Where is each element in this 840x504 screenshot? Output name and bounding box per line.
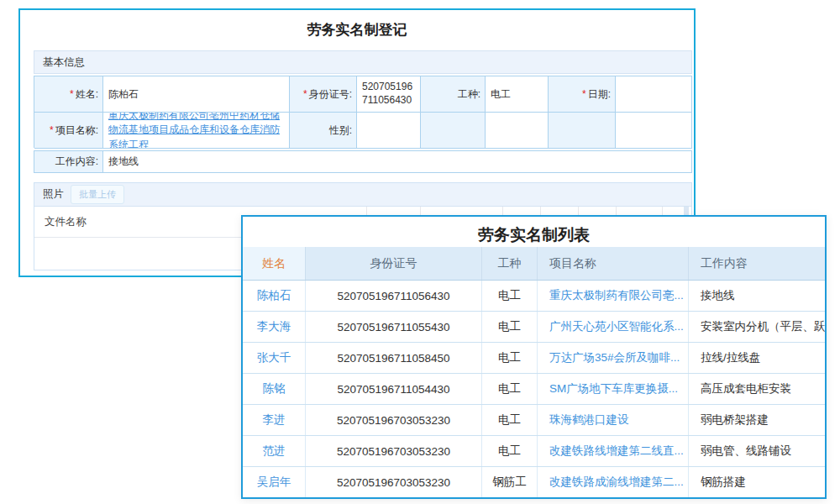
name-label: * 姓名:	[34, 76, 103, 113]
required-marker: *	[70, 88, 74, 100]
date-field[interactable]	[616, 76, 692, 113]
cell-work_type: 电工	[482, 436, 538, 466]
required-marker: *	[303, 88, 307, 100]
project-name-field[interactable]: 重庆太极制药有限公司亳州中药材仓储物流基地项目成品仓库和设备仓库消防系统工程	[103, 113, 290, 149]
list-panel: 劳务实名制列表 姓名身份证号工种项目名称工作内容 陈柏石520705196711…	[241, 215, 827, 499]
cell-project[interactable]: 广州天心苑小区智能化系...	[538, 312, 689, 342]
cell-work_type: 电工	[482, 405, 538, 435]
date-label: * 日期:	[549, 76, 616, 113]
empty-label-cell	[549, 113, 616, 149]
cell-work_type: 电工	[482, 374, 538, 404]
cell-content: 弱电管、线路铺设	[689, 436, 825, 466]
cell-id_no: 520705196711058450	[306, 343, 482, 373]
cell-id_no: 520705196703053230	[306, 436, 482, 466]
list-title: 劳务实名制列表	[243, 224, 825, 246]
name-field[interactable]: 陈柏石	[103, 76, 290, 113]
empty-label-cell	[421, 113, 486, 149]
cell-name[interactable]: 陈铭	[243, 374, 306, 404]
cell-id_no: 520705196703053230	[306, 467, 482, 497]
table-row: 陈铭520705196711054430电工SM广场地下车库更换摄...高压成套…	[243, 374, 825, 405]
cell-id_no: 520705196711056430	[306, 281, 482, 311]
work-content-field[interactable]: 接地线	[103, 151, 691, 172]
table-row: 范进520705196703053230电工改建铁路线增建第二线直...弱电管、…	[243, 436, 825, 467]
work-type-label: 工种:	[421, 76, 486, 113]
cell-work_type: 钢筋工	[482, 467, 538, 497]
work-content-label: 工作内容:	[34, 151, 103, 172]
cell-project[interactable]: 万达广场35#会所及咖啡...	[538, 343, 689, 373]
column-header-2[interactable]: 工种	[482, 247, 538, 280]
project-name-label: * 项目名称:	[34, 113, 103, 149]
column-header-4[interactable]: 工作内容	[689, 247, 825, 280]
column-header-1[interactable]: 身份证号	[306, 247, 482, 280]
work-type-field[interactable]: 电工	[486, 76, 549, 113]
screen: 劳务实名制登记 基本信息 * 姓名: 陈柏石 * 身份证号: 520705196…	[0, 0, 840, 504]
basic-info-section-header: 基本信息	[34, 50, 692, 74]
cell-project[interactable]: 改建铁路成渝线增建第二...	[538, 467, 689, 497]
cell-work_type: 电工	[482, 343, 538, 373]
table-row: 李进520705196703053230电工珠海鹤港口建设弱电桥架搭建	[243, 405, 825, 436]
photo-section-header: 照片 批量上传	[34, 183, 691, 207]
gender-field[interactable]	[357, 113, 421, 149]
cell-content: 高压成套电柜安装	[689, 374, 825, 404]
cell-name[interactable]: 李大海	[243, 312, 306, 342]
list-table-header-row: 姓名身份证号工种项目名称工作内容	[243, 247, 825, 281]
cell-id_no: 520705196711054430	[306, 374, 482, 404]
empty-value-cell	[616, 113, 692, 149]
cell-project[interactable]: 改建铁路线增建第二线直...	[538, 436, 689, 466]
cell-content: 接地线	[689, 281, 825, 311]
id-number-label: * 身份证号:	[290, 76, 357, 113]
id-number-field[interactable]: 520705196711056430	[357, 76, 421, 113]
cell-work_type: 电工	[482, 281, 538, 311]
file-name-header: 文件名称	[45, 215, 87, 229]
cell-content: 钢筋搭建	[689, 467, 825, 497]
cell-content: 安装室内分机（平层、跃...	[689, 312, 825, 342]
table-row: 陈柏石520705196711056430电工重庆太极制药有限公司亳...接地线	[243, 281, 825, 312]
empty-value-cell	[486, 113, 549, 149]
cell-project[interactable]: 重庆太极制药有限公司亳...	[538, 281, 689, 311]
cell-content: 弱电桥架搭建	[689, 405, 825, 435]
cell-id_no: 520705196711055430	[306, 312, 482, 342]
table-row: 李大海520705196711055430电工广州天心苑小区智能化系...安装室…	[243, 312, 825, 343]
basic-info-form: * 姓名: 陈柏石 * 身份证号: 520705196711056430 工种:…	[34, 76, 692, 148]
column-header-3[interactable]: 项目名称	[538, 247, 689, 280]
register-title: 劳务实名制登记	[20, 20, 694, 39]
cell-name[interactable]: 陈柏石	[243, 281, 306, 311]
work-content-row: 工作内容: 接地线	[34, 150, 692, 173]
table-row: 吴启年520705196703053230钢筋工改建铁路成渝线增建第二...钢筋…	[243, 467, 825, 497]
list-table: 姓名身份证号工种项目名称工作内容 陈柏石520705196711056430电工…	[243, 247, 825, 497]
basic-info-title: 基本信息	[43, 55, 85, 70]
cell-project[interactable]: SM广场地下车库更换摄...	[538, 374, 689, 404]
cell-project[interactable]: 珠海鹤港口建设	[538, 405, 689, 435]
table-row: 张大千520705196711058450电工万达广场35#会所及咖啡...拉线…	[243, 343, 825, 374]
cell-id_no: 520705196703053230	[306, 405, 482, 435]
project-link[interactable]: 重庆太极制药有限公司亳州中药材仓储物流基地项目成品仓库和设备仓库消防系统工程	[108, 113, 286, 149]
cell-name[interactable]: 张大千	[243, 343, 306, 373]
gender-label: 性别:	[290, 113, 357, 149]
cell-work_type: 电工	[482, 312, 538, 342]
cell-name[interactable]: 吴启年	[243, 467, 306, 497]
cell-content: 拉线/拉线盘	[689, 343, 825, 373]
batch-upload-button[interactable]: 批量上传	[71, 185, 124, 204]
cell-name[interactable]: 李进	[243, 405, 306, 435]
cell-name[interactable]: 范进	[243, 436, 306, 466]
required-marker: *	[50, 124, 54, 136]
photo-title: 照片	[43, 187, 64, 202]
required-marker: *	[582, 88, 586, 100]
column-header-0[interactable]: 姓名	[243, 247, 306, 280]
